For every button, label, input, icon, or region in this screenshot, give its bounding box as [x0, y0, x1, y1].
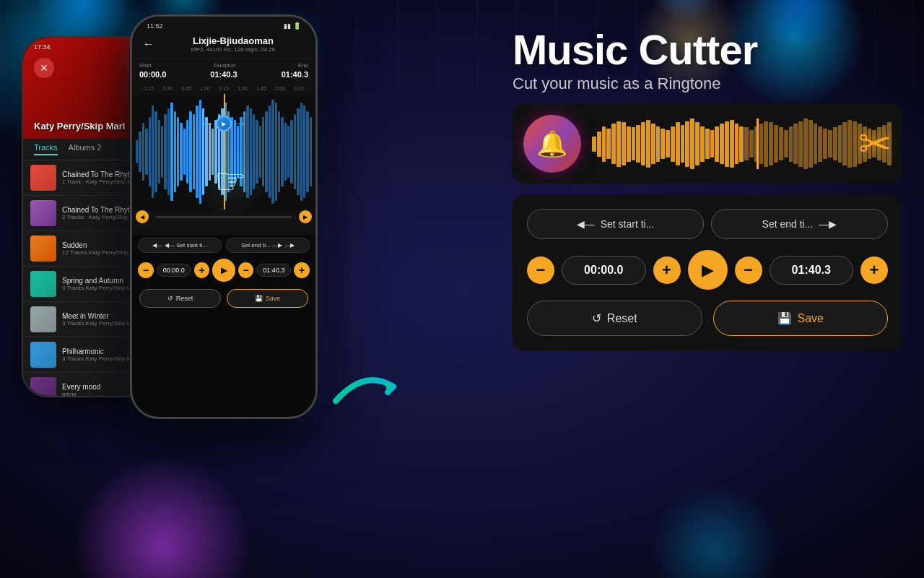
track-thumbnail [30, 200, 56, 226]
right-save-icon: 💾 [777, 311, 792, 325]
save-icon: 💾 [255, 295, 263, 302]
save-label: Save [266, 295, 281, 302]
center-phone-time: 11:52 [147, 22, 163, 30]
scrubber-arrows: ← ▶ → [201, 116, 246, 131]
cut-line [757, 118, 759, 169]
right-start-time-display: 00:00.0 [562, 256, 646, 285]
right-arrow-icon: —▶ [819, 218, 837, 230]
reset-label: Reset [176, 295, 193, 302]
start-value: 00:00.0 [139, 70, 166, 79]
center-phone: 11:52 ▮▮ 🔋 ← Lixjie-Bjiudaoman MP3, 4410… [130, 14, 318, 419]
end-time-increase-button[interactable]: + [294, 262, 310, 278]
set-end-time-button[interactable]: Set end ti... —▶—▶ [226, 238, 310, 253]
start-time-display: 00:00.0 [157, 264, 191, 277]
reset-button[interactable]: ↺ Reset [139, 289, 221, 308]
bell-icon: 🔔 [523, 115, 581, 173]
right-playback-row: − 00:00.0 + ▶ − 01:40.3 + [527, 250, 888, 290]
right-save-button[interactable]: 💾 Save [713, 301, 889, 336]
reset-icon: ↺ [167, 295, 173, 302]
arrow-pointer [328, 361, 401, 415]
center-song-title: Lixjie-Bjiudaoman [162, 35, 305, 46]
center-phone-signal: ▮▮ 🔋 [284, 22, 301, 30]
center-phone-song-info: Lixjie-Bjiudaoman MP3, 44100 Hz, 128 kbp… [162, 35, 305, 53]
main-container: 17:34 ▮▮▮ WiFi 🔋 ✕ Katy Perry/Skip Marl … [0, 0, 924, 578]
app-title-section: Music Cutter Cut your music as a Rington… [513, 29, 902, 93]
track-thumbnail [30, 306, 56, 332]
waveform-display: 🔔 ✂ [513, 104, 902, 184]
set-time-buttons: ◀—◀— Set start ti... Set end ti... —▶—▶ [132, 235, 315, 256]
end-label: End [298, 62, 308, 69]
right-end-increase-button[interactable]: + [860, 256, 888, 284]
app-title: Music Cutter [513, 29, 902, 71]
right-panel: Music Cutter Cut your music as a Rington… [513, 29, 902, 350]
track-thumbnail [30, 377, 56, 396]
track-thumbnail [30, 165, 56, 191]
bottom-controls-panel: ◀— Set start ti... Set end ti... —▶ − 00… [513, 194, 902, 350]
start-time-decrease-button[interactable]: − [138, 262, 154, 278]
right-start-decrease-button[interactable]: − [527, 256, 554, 284]
right-action-row: ↺ Reset 💾 Save [527, 301, 888, 336]
right-save-label: Save [798, 312, 824, 325]
time-ruler: 0:15 0:30 0:45 1:00 1:15 1:30 1:45 2:00 … [132, 83, 315, 94]
right-reset-label: Reset [607, 312, 637, 325]
range-track [156, 216, 292, 218]
range-right-handle[interactable]: ▶ [299, 210, 312, 223]
tab-albums[interactable]: Albums 2 [69, 143, 102, 155]
track-thumbnail [30, 342, 56, 368]
right-play-button[interactable]: ▶ [688, 250, 728, 290]
bottom-action-buttons: ↺ Reset 💾 Save [132, 285, 315, 312]
right-set-end-label: Set end ti... [762, 218, 814, 230]
scissors-icon: ✂ [858, 121, 892, 167]
scrubber-circle[interactable]: ▶ [216, 116, 232, 131]
end-value: 01:40.3 [282, 70, 308, 79]
set-time-row: ◀— Set start ti... Set end ti... —▶ [527, 209, 888, 239]
end-time-display: 01:40.3 [256, 264, 291, 277]
start-label: Start [139, 62, 152, 69]
left-phone-artist-name: Katy Perry/Skip Marl [34, 121, 125, 131]
right-waveform [592, 118, 892, 169]
duration-label: Duration [214, 62, 235, 69]
center-waveform-area: 0:15 0:30 0:45 1:00 1:15 1:30 1:45 2:00 … [132, 83, 315, 235]
right-end-time-display: 01:40.3 [770, 256, 854, 285]
hand-gesture-icon: ☞ [214, 160, 247, 202]
end-time-decrease-button[interactable]: − [238, 262, 254, 278]
track-thumbnail [30, 236, 56, 262]
tab-tracks[interactable]: Tracks [34, 143, 58, 155]
right-reset-icon: ↺ [592, 311, 601, 325]
left-phone-time: 17:34 [34, 43, 51, 51]
center-song-meta: MP3, 44100 Hz, 128 kbps, 04:26 [162, 46, 305, 53]
right-reset-button[interactable]: ↺ Reset [527, 301, 702, 336]
save-button[interactable]: 💾 Save [227, 289, 308, 308]
left-phone-back-button[interactable]: ✕ [34, 58, 54, 78]
start-time-increase-button[interactable]: + [194, 262, 210, 278]
right-end-decrease-button[interactable]: − [735, 256, 762, 284]
center-phone-header: ← Lixjie-Bjiudaoman MP3, 44100 Hz, 128 k… [132, 33, 315, 59]
duration-value: 01:40.3 [210, 70, 237, 79]
right-set-start-button[interactable]: ◀— Set start ti... [527, 209, 704, 239]
playback-controls: − 00:00.0 + ▶ − 01:40.3 + [132, 256, 315, 285]
waveform-canvas[interactable]: ← ▶ → ☞ [132, 94, 315, 210]
right-set-end-button[interactable]: Set end ti... —▶ [711, 209, 888, 239]
right-set-start-label: Set start ti... [601, 218, 655, 230]
right-start-increase-button[interactable]: + [653, 256, 681, 284]
set-start-time-button[interactable]: ◀—◀— Set start ti... [138, 238, 222, 253]
center-phone-status-bar: 11:52 ▮▮ 🔋 [132, 17, 315, 33]
center-phone-back-button[interactable]: ← [143, 38, 154, 51]
app-subtitle: Cut your music as a Ringtone [513, 74, 902, 93]
left-arrow-icon: ◀— [577, 218, 595, 230]
play-button[interactable]: ▶ [212, 259, 235, 282]
track-thumbnail [30, 271, 56, 297]
range-left-handle[interactable]: ◀ [136, 210, 149, 223]
